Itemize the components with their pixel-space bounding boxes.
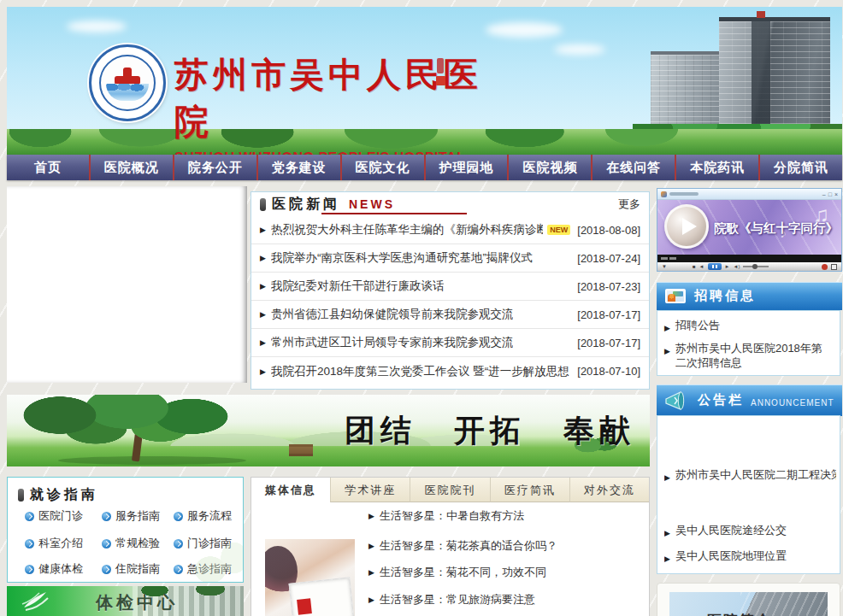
news-item[interactable]: ▶ 常州市武进区卫计局领导专家前来我院参观交流 [2018-07-17]	[251, 329, 649, 357]
announcement-item[interactable]: ▶ 吴中人民医院途经公交	[664, 523, 836, 541]
guide-link-inpatient-guide[interactable]: 住院指南	[102, 561, 160, 577]
news-item[interactable]: ▶ 我院纪委对新任干部进行廉政谈话 [2018-07-23]	[251, 273, 649, 301]
red-underline-decor	[321, 213, 467, 214]
media-photo[interactable]	[265, 539, 355, 616]
hospital-intro-card[interactable]: 医院简介	[657, 583, 840, 616]
nav-item-home[interactable]: 首页	[7, 155, 91, 180]
tab-medical-briefs[interactable]: 医疗简讯	[490, 478, 569, 502]
nav-item-nursing-garden[interactable]: 护理园地	[426, 155, 510, 180]
settings-toggle-icon[interactable]	[831, 264, 837, 270]
arrow-bullet-icon: ▶	[368, 568, 374, 577]
checkup-logo-icon	[19, 589, 53, 614]
volume-slider[interactable]	[743, 266, 769, 267]
arrow-bullet-icon: ▶	[260, 338, 266, 347]
media-item[interactable]: ▶ 生活智多星：菊花茶真的适合你吗？	[368, 538, 557, 554]
play-button[interactable]	[664, 204, 709, 249]
circle-arrow-icon	[174, 565, 183, 574]
media-item[interactable]: ▶ 生活智多星：中暑自救有方法	[368, 508, 524, 524]
tab-journal[interactable]: 医院院刊	[410, 478, 489, 502]
player-controls: ▼ ■ ◄ ► ◄)	[657, 262, 841, 271]
news-item[interactable]: ▶ 热烈祝贺大外科主任陈革华主编的《新编外科疾病诊断与治 NEW [2018-0…	[251, 216, 649, 244]
arrow-bullet-icon: ▶	[368, 512, 374, 520]
circle-arrow-icon	[174, 539, 183, 549]
cloud-decor	[67, 21, 127, 32]
logo-inner-ring	[99, 55, 156, 111]
news-more-link[interactable]: 更多	[618, 197, 640, 212]
guide-link-service-process[interactable]: 服务流程	[174, 508, 232, 524]
announcement-item[interactable]: ▶ 苏州市吴中人民医院二期工程决策事	[664, 467, 836, 485]
guide-link-outpatient[interactable]: 医院门诊	[25, 508, 83, 524]
guide-link-health-checkup[interactable]: 健康体检	[25, 561, 83, 577]
page: 苏州市吴中人民医院 SUZHOU WUZHONG PEOPLE'S HOSPIT…	[0, 0, 843, 616]
nav-item-party-building[interactable]: 党务建设	[258, 155, 342, 180]
guide-link-routine-tests[interactable]: 常规检验	[102, 536, 160, 551]
intro-building-image: 医院简介	[669, 592, 828, 616]
guide-link-service-guide[interactable]: 服务指南	[102, 508, 160, 524]
next-icon[interactable]: ►	[725, 262, 730, 271]
tab-exchange[interactable]: 对外交流	[569, 478, 649, 502]
recruit-item[interactable]: ▶ 招聘公告	[664, 318, 833, 336]
arrow-bullet-icon: ▶	[664, 526, 670, 541]
recruit-header: 招聘信息	[657, 282, 842, 310]
arrow-bullet-icon: ▶	[260, 282, 266, 290]
bench-decor	[289, 444, 313, 456]
playlist-dropdown-icon[interactable]: ▼	[662, 262, 667, 271]
recruit-item[interactable]: ▶ 苏州市吴中人民医院2018年第二次招聘信息	[664, 341, 833, 370]
nav-item-pharmacy-news[interactable]: 本院药讯	[676, 155, 760, 180]
news-item[interactable]: ▶ 我院举办“南京医科大学医患沟通研究基地”揭牌仪式 [2018-07-24]	[251, 244, 649, 273]
volume-icon[interactable]: ◄)	[733, 262, 740, 271]
media-tabs: 媒体信息 学术讲座 医院院刊 医疗简讯 对外交流	[251, 478, 649, 502]
section-bullet-icon	[18, 489, 24, 502]
media-panel: 媒体信息 学术讲座 医院院刊 医疗简讯 对外交流 ▶ 生活智多星：中暑自救有方法…	[251, 477, 650, 616]
record-icon[interactable]	[822, 264, 828, 270]
media-item[interactable]: ▶ 生活智多星：常见旅游病要注意	[368, 592, 535, 607]
arrow-bullet-icon: ▶	[664, 344, 670, 359]
section-bullet-icon	[260, 198, 266, 211]
nav-item-hospital-video[interactable]: 医院视频	[509, 155, 592, 180]
slideshow-area	[7, 186, 247, 383]
calligraphy-seal	[434, 58, 446, 87]
circle-arrow-icon	[25, 565, 34, 574]
tab-media-info[interactable]: 媒体信息	[251, 478, 330, 502]
news-header: 医院新闻 NEWS 更多	[251, 192, 649, 216]
nav-item-hospital-overview[interactable]: 医院概况	[91, 155, 174, 180]
stop-icon[interactable]: ■	[693, 262, 696, 271]
maximize-icon[interactable]: □	[828, 191, 832, 197]
arrow-bullet-icon: ▶	[260, 254, 266, 262]
board-subtitle: ANNOUNCEMENT	[751, 398, 834, 408]
guide-panel: 就诊指南 医院门诊 服务指南 服务流程 科室介绍 常规检验 门诊指南 健康体检 …	[7, 477, 244, 583]
arrow-bullet-icon: ▶	[368, 595, 374, 604]
arrow-bullet-icon: ▶	[664, 321, 670, 336]
nav-item-branch-news[interactable]: 分院简讯	[760, 155, 842, 180]
video-player: – □ × ♫ ♪ 院歌《与红十字同行》 ▼ ■ ◄ ► ◄)	[657, 188, 842, 272]
minimize-icon[interactable]: –	[822, 191, 826, 197]
news-item[interactable]: ▶ 贵州省德江县妇幼保健院领导前来我院参观交流 [2018-07-17]	[251, 301, 649, 329]
media-item[interactable]: ▶ 生活智多星：菊花不同，功效不同	[368, 565, 546, 580]
news-panel: 医院新闻 NEWS 更多 ▶ 热烈祝贺大外科主任陈革华主编的《新编外科疾病诊断与…	[251, 191, 650, 390]
close-icon[interactable]: ×	[834, 191, 838, 197]
hospital-logo	[89, 44, 166, 121]
nav-item-hospital-culture[interactable]: 医院文化	[342, 155, 426, 180]
cloud-decor	[486, 22, 563, 38]
checkup-banner[interactable]: 体检中心	[7, 586, 244, 616]
recruit-list: ▶ 招聘公告 ▶ 苏州市吴中人民医院2018年第二次招聘信息	[657, 310, 840, 376]
arrow-bullet-icon: ▶	[260, 310, 266, 319]
recruit-title: 招聘信息	[694, 288, 756, 304]
guide-link-outpatient-guide[interactable]: 门诊指南	[174, 536, 232, 551]
circle-arrow-icon	[102, 565, 111, 574]
tab-lectures[interactable]: 学术讲座	[330, 478, 410, 502]
nav-item-affairs-public[interactable]: 院务公开	[174, 155, 258, 180]
nav-item-online-qa[interactable]: 在线问答	[592, 155, 676, 180]
previous-icon[interactable]: ◄	[699, 262, 704, 271]
player-titlebar: – □ ×	[657, 189, 841, 200]
pause-button[interactable]	[708, 263, 722, 270]
announcement-item[interactable]: ▶ 吴中人民医院地理位置	[664, 549, 836, 566]
slogan-banner: 团结 开拓 奉献	[7, 395, 650, 466]
news-item[interactable]: ▶ 我院召开2018年度第三次党委工作会议 暨“进一步解放思想 [2018-07…	[251, 357, 649, 385]
player-screen[interactable]: ♫ ♪ 院歌《与红十字同行》	[657, 200, 841, 255]
guide-link-departments[interactable]: 科室介绍	[25, 536, 83, 551]
circle-arrow-icon	[174, 512, 183, 521]
guide-link-emergency-guide[interactable]: 急诊指南	[174, 561, 232, 577]
announcement-header: 公告栏 ANNOUNCEMENT	[657, 384, 842, 416]
arrow-bullet-icon: ▶	[664, 552, 670, 566]
